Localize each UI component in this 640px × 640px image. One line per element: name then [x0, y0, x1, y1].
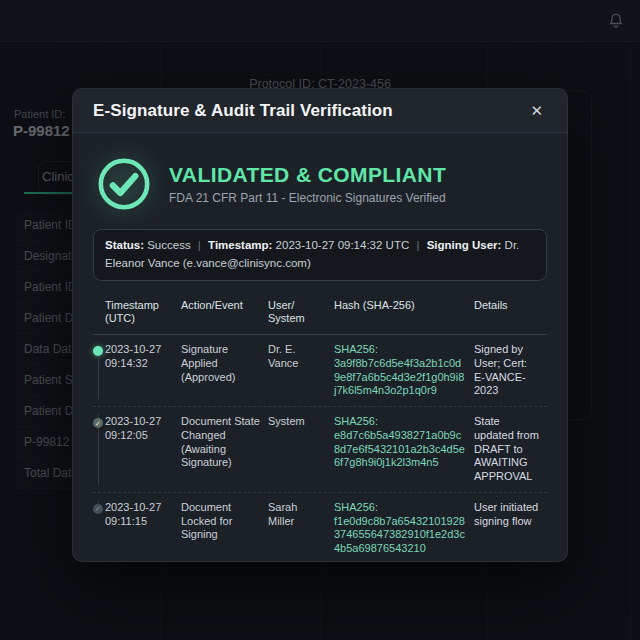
separator: | [412, 239, 423, 251]
row-hash: SHA256:e8d7c6b5a4938271a0b9c8d7e6f543210… [334, 415, 474, 484]
table-row: 2023-10-27 09:12:05 Document State Chang… [93, 407, 547, 493]
close-icon[interactable]: ✕ [526, 99, 547, 122]
row-hash: SHA256:3a9f8b7c6d5e4f3a2b1c0d9e8f7a6b5c4… [334, 343, 474, 398]
esignature-audit-modal: E-Signature & Audit Trail Verification ✕… [72, 88, 568, 562]
header-hash: Hash (SHA-256) [334, 299, 474, 327]
timestamp-value: 2023-10-27 09:14:32 UTC [276, 239, 410, 251]
status-label: Status: [105, 239, 144, 251]
header-spacer [93, 299, 105, 327]
timeline-connector [98, 359, 99, 399]
check-circle-icon [95, 155, 153, 213]
signing-user-label: Signing User: [427, 239, 502, 251]
table-header-row: Timestamp (UTC) Action/Event User/ Syste… [93, 293, 547, 336]
timeline-dot-check-icon [93, 418, 103, 428]
row-timestamp: 2023-10-27 09:12:05 [105, 415, 181, 484]
screen: Protocol ID: CT-2023-456 Patient ID: P-9… [0, 0, 640, 640]
timeline-dot-current-icon [93, 346, 103, 356]
row-details: State updated from DRAFT to AWAITING APP… [474, 415, 547, 484]
separator: | [194, 239, 205, 251]
validation-banner: VALIDATED & COMPLIANT FDA 21 CFR Part 11… [95, 155, 547, 213]
audit-trail-table: Timestamp (UTC) Action/Event User/ Syste… [93, 293, 547, 562]
hash-value: e8d7c6b5a4938271a0b9c8d7e6f5432101a2b3c4… [334, 429, 465, 469]
modal-header: E-Signature & Audit Trail Verification ✕ [73, 89, 567, 133]
hash-label: SHA256: [334, 501, 466, 515]
modal-title: E-Signature & Audit Trail Verification [93, 101, 393, 121]
row-action: Document State Changed (Awaiting Signatu… [181, 415, 268, 484]
signature-summary-bar: Status: Success | Timestamp: 2023-10-27 … [93, 229, 547, 281]
validation-status-title: VALIDATED & COMPLIANT [169, 163, 446, 187]
timestamp-label: Timestamp: [208, 239, 272, 251]
row-timestamp: 2023-10-27 09:11:15 [105, 501, 181, 556]
table-row: 2023-10-27 09:11:15 Document Locked for … [93, 493, 547, 562]
hash-label: SHA256: [334, 343, 466, 357]
row-timestamp: 2023-10-27 09:14:32 [105, 343, 181, 398]
timeline-cell [93, 343, 105, 398]
hash-value: f1e0d9c8b7a65432101928374655647382910f1e… [334, 515, 465, 555]
validation-status-subtitle: FDA 21 CFR Part 11 - Electronic Signatur… [169, 191, 446, 205]
row-hash: SHA256:f1e0d9c8b7a6543210192837465564738… [334, 501, 474, 556]
row-details: User initiated signing flow [474, 501, 547, 556]
hash-value: 3a9f8b7c6d5e4f3a2b1c0d9e8f7a6b5c4d3e2f1g… [334, 357, 464, 397]
row-user: Sarah Miller [268, 501, 334, 556]
timeline-dot-initial-icon [93, 504, 103, 514]
row-action: Signature Applied (Approved) [181, 343, 268, 398]
timeline-cell [93, 415, 105, 484]
table-row: 2023-10-27 09:14:32 Signature Applied (A… [93, 335, 547, 407]
header-user-system: User/ System [268, 299, 334, 327]
header-timestamp: Timestamp (UTC) [105, 299, 181, 327]
banner-text: VALIDATED & COMPLIANT FDA 21 CFR Part 11… [169, 163, 446, 205]
header-details: Details [474, 299, 547, 327]
modal-body: VALIDATED & COMPLIANT FDA 21 CFR Part 11… [73, 133, 567, 562]
row-action: Document Locked for Signing [181, 501, 268, 556]
row-user: Dr. E. Vance [268, 343, 334, 398]
header-action-event: Action/Event [181, 299, 268, 327]
timeline-cell [93, 501, 105, 556]
hash-label: SHA256: [334, 415, 466, 429]
status-value: Success [147, 239, 190, 251]
row-user: System [268, 415, 334, 484]
row-details: Signed by User; Cert: E-VANCE-2023 [474, 343, 547, 398]
